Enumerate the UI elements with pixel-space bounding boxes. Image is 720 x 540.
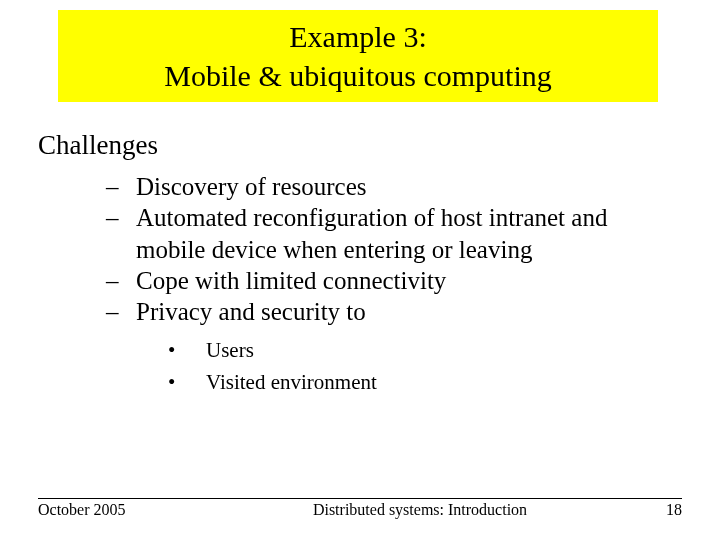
bullet-text: Cope with limited connectivity <box>136 265 682 296</box>
slide-footer: October 2005 Distributed systems: Introd… <box>38 498 682 519</box>
bullet-icon: • <box>168 335 206 367</box>
dash-icon: – <box>106 171 136 202</box>
bullet-icon: • <box>168 367 206 399</box>
slide: Example 3: Mobile & ubiquitous computing… <box>0 0 720 540</box>
bullet-text: Discovery of resources <box>136 171 682 202</box>
sub-bullet-list: • Users • Visited environment <box>38 335 682 398</box>
list-item: – Discovery of resources <box>106 171 682 202</box>
section-heading: Challenges <box>38 130 682 161</box>
dash-icon: – <box>106 296 136 327</box>
title-line-1: Example 3: <box>289 17 426 56</box>
title-line-2: Mobile & ubiquitous computing <box>164 56 552 95</box>
list-item: – Automated reconfiguration of host intr… <box>106 202 682 265</box>
content-area: Challenges – Discovery of resources – Au… <box>38 130 682 398</box>
bullet-text: Automated reconfiguration of host intran… <box>136 202 682 265</box>
slide-title: Example 3: Mobile & ubiquitous computing <box>58 10 658 102</box>
list-item: • Users <box>168 335 682 367</box>
footer-date: October 2005 <box>38 501 238 519</box>
dash-icon: – <box>106 265 136 296</box>
dash-icon: – <box>106 202 136 265</box>
footer-page-number: 18 <box>562 501 682 519</box>
list-item: – Cope with limited connectivity <box>106 265 682 296</box>
bullet-text: Privacy and security to <box>136 296 682 327</box>
sub-bullet-text: Visited environment <box>206 367 377 399</box>
bullet-list: – Discovery of resources – Automated rec… <box>38 171 682 327</box>
list-item: • Visited environment <box>168 367 682 399</box>
sub-bullet-text: Users <box>206 335 254 367</box>
list-item: – Privacy and security to <box>106 296 682 327</box>
footer-title: Distributed systems: Introduction <box>238 501 562 519</box>
